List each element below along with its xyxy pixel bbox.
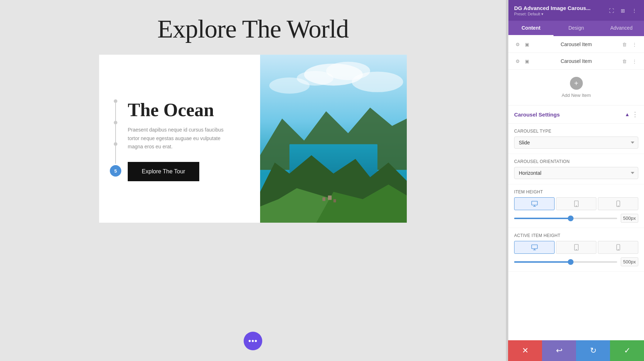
svg-rect-21 — [531, 245, 537, 249]
carousel-settings-section: Carousel Settings ▲ ⋮ Carousel Type Slid… — [508, 105, 644, 272]
item-height-slider-thumb[interactable] — [568, 216, 574, 221]
layout-icon[interactable]: ⊞ — [619, 7, 627, 15]
landscape-svg — [260, 55, 407, 223]
fullscreen-icon[interactable]: ⛶ — [608, 7, 615, 15]
carousel-container: 5 The Ocean Praesent dapibus neque id cu… — [99, 55, 407, 223]
svg-point-20 — [618, 206, 618, 206]
panel-header-icons: ⛶ ⊞ ⋮ — [608, 7, 638, 15]
item-height-slider-row: 500px — [514, 214, 638, 223]
carousel-item-row-1: ⚙ ▣ Carousel Item 🗑 ⋮ — [508, 36, 644, 53]
panel-title-group: DG Advanced Image Carous... Preset: Defa… — [514, 5, 591, 16]
svg-point-23 — [576, 249, 576, 250]
nav-dot-active[interactable]: 5 — [110, 165, 121, 177]
settings-header-right: ▲ ⋮ — [625, 110, 638, 118]
svg-point-25 — [618, 249, 618, 250]
more-options-icon[interactable]: ⋮ — [630, 7, 638, 15]
item-height-tablet-btn[interactable] — [556, 197, 596, 210]
item-1-icons: ⚙ ▣ — [514, 41, 531, 48]
carousel-left: 5 The Ocean Praesent dapibus neque id cu… — [99, 55, 260, 223]
nav-line-3 — [115, 146, 116, 164]
carousel-image — [260, 55, 407, 223]
nav-line-1 — [115, 103, 116, 121]
svg-rect-14 — [328, 196, 332, 200]
carousel-nav-dots: 5 — [110, 99, 121, 178]
item-height-slider-track[interactable] — [514, 218, 617, 219]
item-2-icons: ⚙ ▣ — [514, 58, 531, 65]
active-item-height-value[interactable]: 500px — [621, 257, 638, 266]
fab-button[interactable]: ••• — [244, 332, 262, 350]
item-1-trash-icon[interactable]: 🗑 — [620, 40, 628, 48]
carousel-type-select[interactable]: Slide Fade Cube — [514, 137, 638, 149]
item-height-value[interactable]: 500px — [621, 214, 638, 223]
svg-point-5 — [269, 78, 310, 94]
carousel-item-row-2: ⚙ ▣ Carousel Item 🗑 ⋮ — [508, 53, 644, 70]
nav-dot-2[interactable] — [114, 121, 117, 124]
active-height-tablet-btn[interactable] — [556, 241, 596, 254]
carousel-orientation-label: Carousel Orientation — [514, 159, 638, 164]
active-height-slider-fill — [514, 261, 571, 263]
svg-point-4 — [352, 71, 403, 92]
slide-body-text: Praesent dapibus neque id cursus faucibu… — [128, 126, 235, 151]
tab-content[interactable]: Content — [508, 21, 553, 36]
item-2-image-icon[interactable]: ▣ — [523, 58, 531, 65]
svg-rect-16 — [531, 201, 537, 205]
item-height-device-icons — [514, 197, 638, 210]
svg-rect-15 — [333, 199, 336, 202]
tab-design[interactable]: Design — [553, 21, 599, 36]
right-panel: DG Advanced Image Carous... Preset: Defa… — [508, 0, 644, 361]
panel-content: ⚙ ▣ Carousel Item 🗑 ⋮ ⚙ ▣ Carousel Item … — [508, 36, 644, 361]
settings-chevron-icon[interactable]: ▲ — [625, 112, 630, 117]
item-1-label: Carousel Item — [535, 41, 618, 47]
active-item-height-label: Active Item Height — [514, 233, 638, 238]
svg-point-18 — [576, 206, 576, 206]
canvas-area: Explore The World 5 The Ocean Praesent d… — [0, 0, 506, 361]
active-item-height-device-icons — [514, 241, 638, 254]
active-height-mobile-btn[interactable] — [598, 241, 638, 254]
item-1-more-icon[interactable]: ⋮ — [630, 40, 638, 48]
add-new-item[interactable]: + Add New Item — [508, 70, 644, 105]
panel-title: DG Advanced Image Carous... — [514, 5, 591, 11]
item-2-label: Carousel Item — [535, 58, 618, 64]
active-item-height-slider-row: 500px — [514, 257, 638, 266]
item-height-group: Item Height — [508, 184, 644, 228]
add-new-label: Add New Item — [562, 93, 591, 98]
item-2-action-icons: 🗑 ⋮ — [620, 57, 638, 65]
item-1-action-icons: 🗑 ⋮ — [620, 40, 638, 48]
save-button[interactable]: ✓ — [610, 340, 644, 361]
tab-advanced[interactable]: Advanced — [599, 21, 644, 36]
settings-header: Carousel Settings ▲ ⋮ — [508, 105, 644, 124]
svg-rect-13 — [322, 197, 325, 201]
item-height-slider-fill — [514, 218, 571, 219]
carousel-type-group: Carousel Type Slide Fade Cube — [508, 124, 644, 154]
settings-more-icon[interactable]: ⋮ — [632, 110, 638, 118]
active-height-desktop-btn[interactable] — [514, 241, 555, 254]
nav-line-2 — [115, 124, 116, 142]
panel-header: DG Advanced Image Carous... Preset: Defa… — [508, 0, 644, 21]
active-height-slider-thumb[interactable] — [568, 259, 574, 265]
carousel-orientation-group: Carousel Orientation Horizontal Vertical — [508, 154, 644, 184]
undo-button[interactable]: ↩ — [542, 340, 576, 361]
fab-icon: ••• — [248, 336, 258, 346]
item-2-more-icon[interactable]: ⋮ — [630, 57, 638, 65]
carousel-type-label: Carousel Type — [514, 129, 638, 134]
carousel-settings-title: Carousel Settings — [514, 112, 560, 118]
panel-preset[interactable]: Preset: Default ▾ — [514, 12, 591, 16]
item-height-label: Item Height — [514, 189, 638, 194]
page-title: Explore The World — [157, 14, 348, 44]
explore-tour-button[interactable]: Explore The Tour — [128, 162, 199, 181]
item-height-desktop-btn[interactable] — [514, 197, 555, 210]
slide-heading: The Ocean — [128, 100, 242, 120]
active-item-height-group: Active Item Height — [508, 228, 644, 272]
panel-tabs: Content Design Advanced — [508, 21, 644, 36]
redo-button[interactable]: ↻ — [576, 340, 610, 361]
cancel-button[interactable]: ✕ — [508, 340, 542, 361]
item-1-gear-icon[interactable]: ⚙ — [514, 41, 521, 48]
item-2-trash-icon[interactable]: 🗑 — [620, 57, 628, 65]
nav-dot-1[interactable] — [114, 99, 117, 103]
active-height-slider-track[interactable] — [514, 261, 617, 263]
item-2-gear-icon[interactable]: ⚙ — [514, 58, 521, 65]
nav-dot-3[interactable] — [114, 142, 117, 146]
carousel-orientation-select[interactable]: Horizontal Vertical — [514, 167, 638, 179]
item-height-mobile-btn[interactable] — [598, 197, 638, 210]
item-1-image-icon[interactable]: ▣ — [523, 41, 531, 48]
